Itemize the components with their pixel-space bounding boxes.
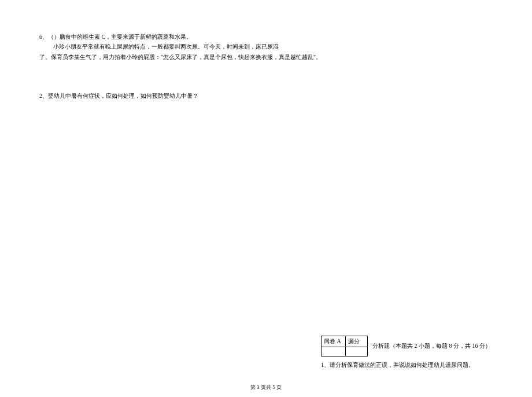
score-table: 阅卷 A 漏分 分析题（本题共 2 小题，每题 8 分，共 16 分）	[321, 336, 500, 356]
analysis-title: 分析题（本题共 2 小题，每题 8 分，共 16 分）	[368, 336, 501, 356]
score-header-reviewer: 阅卷 A	[322, 336, 346, 347]
page-footer: 第 3 页共 5 页	[0, 384, 532, 391]
story-paragraph-line2: 了。保育员李某生气了，用力拍着小玲的屁股："怎么又尿床了，真是个尿包，快起来换衣…	[39, 52, 493, 62]
analysis-question-1: 1、请分析保育做法的正误，并说说如何处理幼儿遗尿问题。	[321, 361, 500, 369]
question-6: 6、（）膳食中的维生素 C，主要来源于新鲜的蔬菜和水果。	[39, 32, 493, 42]
story-paragraph-line1: 小玲小朋友平常就有晚上屎尿的特点，一般都要叫两次尿。可今天，时间未到，床已尿湿	[53, 42, 493, 52]
score-header-miss: 漏分	[346, 336, 368, 347]
question-2: 2、婴幼儿中暑有何症状，应如何处理，如何预防婴幼儿中暑？	[39, 91, 493, 101]
analysis-section: 阅卷 A 漏分 分析题（本题共 2 小题，每题 8 分，共 16 分） 1、请分…	[321, 336, 500, 369]
score-cell-reviewer	[322, 347, 346, 356]
score-cell-miss	[346, 347, 368, 356]
